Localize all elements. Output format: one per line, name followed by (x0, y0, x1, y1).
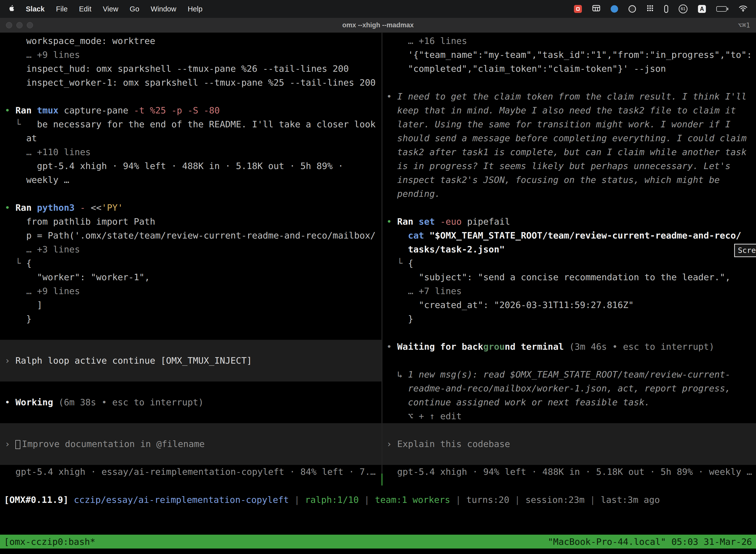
circle-app-icon[interactable] (629, 5, 636, 13)
text-segment: Ralph loop active continue [OMX_TMUX_INJ… (15, 355, 252, 366)
text-segment: set (419, 216, 435, 227)
text-segment: pending. (386, 189, 440, 199)
terminal-line: "completed","claim_token":"claim-token"}… (382, 62, 756, 76)
menu-item-window[interactable]: Window (151, 5, 176, 13)
terminal-line: } (0, 312, 381, 326)
left-pane: workspace_mode: worktree … +9 lines insp… (0, 33, 381, 486)
text-segment: … +16 lines (386, 36, 467, 46)
text-segment (68, 495, 74, 505)
text-segment: keep that in mind. Maybe I also need the… (386, 105, 736, 115)
terminal-line: ] (0, 298, 381, 312)
prompt-input[interactable]: › Ralph loop active continue [OMX_TMUX_I… (0, 354, 381, 368)
text-segment: '{"team_name":"my-team","task_id":"1","f… (386, 50, 752, 60)
text-segment (424, 230, 430, 240)
terminal-line: └ be necessary for the end of the README… (0, 117, 381, 131)
terminal-line: … +3 lines (0, 242, 381, 257)
terminal-line: '{"team_name":"my-team","task_id":"1","f… (382, 48, 756, 62)
text-segment: (6m 38s • esc to interrupt) (53, 397, 204, 407)
input-source-icon[interactable]: A (698, 5, 706, 13)
terminal-line: from pathlib import Path (0, 215, 381, 229)
text-segment: cat (408, 230, 424, 240)
text-segment: › (5, 439, 15, 449)
terminal-window: omx --xhigh --madmax ⌥⌘1 workspace_mode:… (0, 18, 756, 554)
terminal-line: ⌥ + ↑ edit (382, 409, 756, 423)
text-segment: gpt-5.4 xhigh · essay/ai-reimplementatio… (5, 466, 376, 477)
text-segment: session:23m (525, 495, 584, 505)
text-segment: team:1 workers (375, 495, 450, 505)
terminal-line: cat "$OMX_TEAM_STATE_ROOT/team/review-cu… (382, 229, 756, 242)
text-segment: should send a message before completing … (386, 133, 747, 143)
text-segment: › (386, 439, 397, 449)
minimize-button[interactable] (16, 22, 22, 28)
text-segment: "created_at": "2026-03-31T11:59:27.816Z" (386, 300, 634, 310)
screen: Slack FileEditViewGoWindowHelp 61 A (0, 0, 756, 554)
text-segment: p = Path('.omx/state/team/review-current… (5, 230, 376, 240)
terminal-line: inspect_hud: omx sparkshell --tmux-pane … (0, 62, 381, 76)
capsule-icon[interactable] (664, 5, 668, 13)
battery-icon[interactable] (716, 6, 728, 12)
terminal-line: … +110 lines (0, 145, 381, 159)
input-source-letter: A (700, 6, 704, 12)
terminal-line: "worker": "worker-1", (0, 270, 381, 284)
terminal-line (0, 382, 381, 395)
text-segment: inspect task2's JSON, focusing on the st… (386, 175, 720, 185)
terminal-line: at (0, 131, 381, 145)
text-segment: • (386, 341, 397, 352)
menu-item-edit[interactable]: Edit (79, 5, 91, 13)
omx-status-line: [OMX#0.11.9] cczip/essay/ai-reimplementa… (0, 493, 756, 507)
text-segment: at (5, 133, 37, 143)
text-segment: [OMX#0.11.9] (4, 495, 68, 505)
text-segment: 'PY' (102, 203, 123, 213)
title-bar[interactable]: omx --xhigh --madmax ⌥⌘1 (0, 18, 756, 33)
menu-item-file[interactable]: File (56, 5, 68, 13)
text-segment: continue assigned work or next feasible … (386, 397, 650, 407)
terminal-line (382, 423, 756, 437)
prompt-input[interactable]: › Explain this codebase (382, 437, 756, 451)
screen-capture-popup[interactable]: Scre (734, 244, 756, 257)
apple-menu-icon[interactable] (8, 5, 14, 13)
terminal-line: • I need to get the claim token from the… (382, 90, 756, 104)
text-segment: -euo (440, 216, 462, 227)
traffic-lights (6, 22, 33, 28)
text-segment: | (585, 495, 601, 505)
text-segment: from pathlib import Path (5, 216, 155, 227)
blue-app-icon[interactable] (611, 5, 618, 13)
text-segment: gpt-5.4 xhigh · 94% left · 488K in · 5.1… (5, 161, 343, 171)
prompt-input[interactable]: › Improve documentation in @filename (0, 437, 381, 451)
terminal-line (382, 354, 756, 368)
text-segment: "$OMX_TEAM_STATE_ROOT/team/review-curren… (429, 230, 741, 240)
menu-item-go[interactable]: Go (130, 5, 139, 13)
terminal: workspace_mode: worktree … +9 lines insp… (0, 33, 756, 554)
text-segment: grou (483, 341, 505, 352)
gauge-icon[interactable]: 61 (679, 4, 688, 13)
text-cursor (15, 440, 20, 449)
zoom-button[interactable] (27, 22, 33, 28)
window-grid-icon[interactable] (592, 5, 600, 13)
text-segment: tmux (37, 105, 59, 115)
terminal-line (0, 90, 381, 104)
terminal-line: … +9 lines (0, 284, 381, 298)
screen-recording-icon[interactable] (574, 5, 582, 13)
text-segment: … +9 lines (5, 50, 80, 60)
text-segment: "worker": "worker-1", (5, 272, 150, 282)
terminal-line: task2 after task1 is complete, but can I… (382, 145, 756, 159)
text-segment: | (450, 495, 466, 505)
app-menu-slack[interactable]: Slack (26, 5, 45, 13)
menu-item-view[interactable]: View (103, 5, 118, 13)
text-segment: last:3m ago (601, 495, 660, 505)
terminal-line: weekly … (0, 173, 381, 187)
close-button[interactable] (6, 22, 12, 28)
terminal-line: tasks/task-2.json" (382, 242, 756, 257)
wifi-icon[interactable] (739, 5, 748, 13)
terminal-line: readme-and-reco/mailbox/worker-1.json, a… (382, 382, 756, 395)
text-segment: "subject": "send a concise recommendatio… (386, 272, 731, 282)
text-segment: (3m 46s • esc to interrupt) (564, 341, 714, 352)
terminal-line: • Waiting for background terminal (3m 46… (382, 340, 756, 354)
terminal-line (0, 340, 381, 354)
text-segment: └ (5, 258, 26, 268)
text-segment: "completed","claim_token":"claim-token"}… (386, 63, 666, 74)
text-segment: › (5, 355, 15, 366)
dots-grid-icon[interactable] (646, 4, 654, 14)
menu-item-help[interactable]: Help (188, 5, 203, 13)
gauge-value: 61 (681, 6, 686, 11)
